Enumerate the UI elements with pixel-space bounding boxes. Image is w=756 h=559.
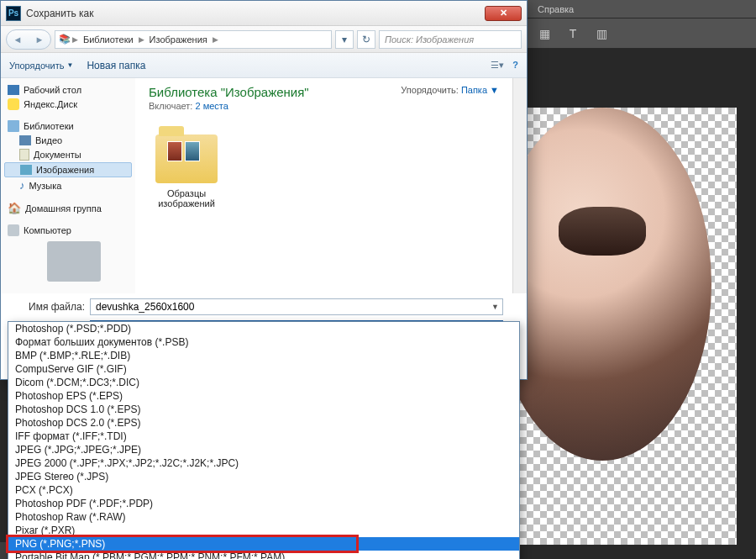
forward-icon: ► (35, 34, 45, 45)
help-button[interactable]: ? (512, 60, 518, 71)
dialog-titlebar[interactable]: Ps Сохранить как ✕ (1, 1, 527, 26)
sidebar-item-libraries[interactable]: Библиотеки (4, 119, 132, 134)
breadcrumb-libraries[interactable]: Библиотеки (80, 34, 137, 45)
desktop-icon (8, 85, 19, 95)
nav-back-forward[interactable]: ◄ ► (6, 29, 51, 50)
breadcrumb-images[interactable]: Изображения (146, 34, 211, 45)
new-folder-button[interactable]: Новая папка (87, 60, 145, 71)
back-icon: ◄ (13, 34, 23, 45)
filetype-option[interactable]: JPEG (*.JPG;*.JPEG;*.JPE) (8, 443, 519, 456)
yandex-icon (8, 98, 19, 110)
filetype-option[interactable]: BMP (*.BMP;*.RLE;*.DIB) (8, 349, 519, 362)
sidebar-item-yandex[interactable]: Яндекс.Диск (4, 97, 132, 112)
history-dropdown[interactable]: ▾ (335, 30, 354, 49)
chevron-right-icon: ▶ (72, 35, 78, 44)
chevron-right-icon: ▶ (213, 35, 218, 44)
arrange-control[interactable]: Упорядочить: Папка ▼ (401, 85, 499, 95)
filetype-option[interactable]: Photoshop Raw (*.RAW) (8, 510, 519, 524)
folder-item-samples[interactable]: Образцы изображений (149, 134, 224, 208)
homegroup-icon: 🏠 (8, 202, 21, 214)
sidebar-item-music[interactable]: ♪Музыка (4, 177, 132, 193)
filetype-option[interactable]: JPEG 2000 (*.JPF;*.JPX;*.JP2;*.J2C;*.J2K… (8, 456, 519, 470)
filetype-option[interactable]: Photoshop (*.PSD;*.PDD) (8, 322, 519, 335)
filetype-option[interactable]: Photoshop EPS (*.EPS) (8, 389, 519, 403)
disk-thumb (47, 241, 101, 282)
filetype-dropdown[interactable]: Photoshop (*.PSD;*.PDD)Формат больших до… (8, 321, 520, 559)
documents-icon (19, 149, 29, 161)
filename-label: Имя файла: (26, 301, 90, 313)
crop-icon[interactable]: ▦ (538, 27, 551, 40)
refresh-button[interactable]: ↻ (357, 30, 375, 49)
sidebar-item-video[interactable]: Видео (4, 134, 132, 147)
filename-input[interactable]: devushka_2560x1600 (90, 298, 503, 315)
filetype-option[interactable]: Формат больших документов (*.PSB) (8, 335, 519, 349)
folder-content[interactable]: Библиотека "Изображения" Включает: 2 мес… (135, 78, 512, 293)
folder-icon (155, 134, 218, 183)
nav-sidebar[interactable]: Рабочий стол Яндекс.Диск Библиотеки Виде… (1, 78, 135, 293)
search-input[interactable]: Поиск: Изображения (379, 30, 522, 49)
breadcrumb[interactable]: 📚 ▶ Библиотеки ▶ Изображения ▶ (55, 30, 332, 49)
filetype-option[interactable]: Photoshop PDF (*.PDF;*.PDP) (8, 497, 519, 510)
filetype-option[interactable]: JPEG Stereo (*.JPS) (8, 470, 519, 483)
sidebar-item-images[interactable]: Изображения (4, 162, 132, 177)
filetype-option[interactable]: PCX (*.PCX) (8, 483, 519, 497)
sidebar-item-documents[interactable]: Документы (4, 147, 132, 162)
view-mode-button[interactable]: ☰▾ (491, 60, 504, 71)
close-button[interactable]: ✕ (485, 6, 522, 21)
folder-caption: Образцы изображений (149, 188, 224, 208)
library-icon: 📚 (59, 34, 71, 45)
filetype-option[interactable]: CompuServe GIF (*.GIF) (8, 362, 519, 376)
sidebar-item-computer[interactable]: Компьютер (4, 223, 132, 238)
libraries-icon (8, 120, 19, 132)
panels-icon[interactable]: ▥ (595, 27, 608, 40)
library-subtitle: Включает: 2 места (149, 101, 499, 111)
music-icon: ♪ (19, 179, 25, 192)
address-bar: ◄ ► 📚 ▶ Библиотеки ▶ Изображения ▶ ▾ ↻ П… (1, 26, 527, 53)
text-icon[interactable]: T (566, 27, 580, 40)
filetype-option[interactable]: PNG (*.PNG;*.PNS) (8, 537, 519, 551)
filetype-option[interactable]: Portable Bit Map (*.PBM;*.PGM;*.PPM;*.PN… (8, 551, 519, 559)
filetype-option[interactable]: Photoshop DCS 2.0 (*.EPS) (8, 416, 519, 430)
menu-help[interactable]: Справка (538, 4, 574, 14)
dialog-title: Сохранить как (26, 8, 485, 19)
chevron-down-icon: ▼ (66, 61, 73, 69)
video-icon (19, 135, 31, 145)
filetype-option[interactable]: Dicom (*.DCM;*.DC3;*.DIC) (8, 376, 519, 389)
includes-link[interactable]: 2 места (195, 101, 228, 111)
images-icon (20, 165, 32, 175)
filetype-option[interactable]: Photoshop DCS 1.0 (*.EPS) (8, 403, 519, 416)
dialog-body: Рабочий стол Яндекс.Диск Библиотеки Виде… (1, 78, 527, 293)
chevron-right-icon: ▶ (139, 35, 144, 44)
content-scrollbar[interactable] (512, 78, 527, 293)
arrange-value[interactable]: Папка ▼ (461, 85, 499, 95)
sidebar-item-desktop[interactable]: Рабочий стол (4, 83, 132, 97)
photoshop-app-icon: Ps (6, 6, 21, 21)
explorer-toolbar: Упорядочить ▼ Новая папка ☰▾ ? (1, 53, 527, 78)
filetype-option[interactable]: IFF формат (*.IFF;*.TDI) (8, 430, 519, 443)
close-icon: ✕ (500, 8, 507, 18)
organize-button[interactable]: Упорядочить ▼ (9, 61, 73, 71)
sidebar-item-homegroup[interactable]: 🏠Домашняя группа (4, 200, 132, 216)
filetype-option[interactable]: Pixar (*.PXR) (8, 524, 519, 537)
computer-icon (8, 224, 19, 236)
